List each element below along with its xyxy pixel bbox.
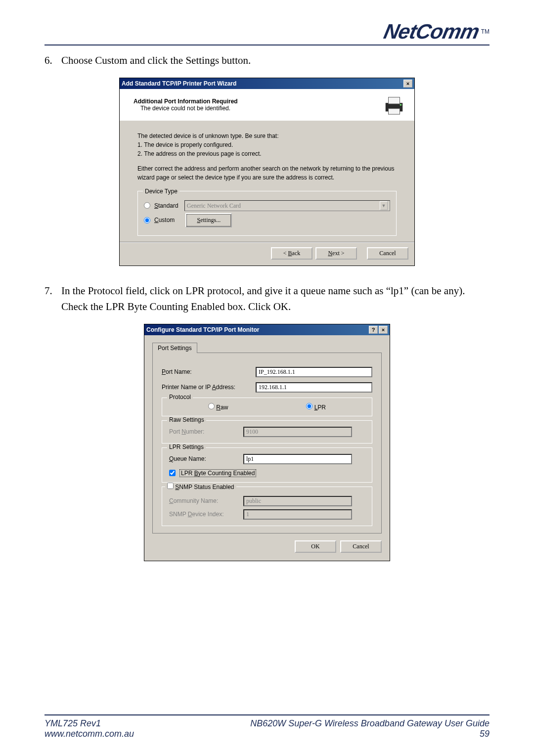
portmon-button-bar: OK Cancel bbox=[152, 534, 382, 553]
wizard-header-title: Additional Port Information Required bbox=[134, 98, 383, 105]
port-name-input[interactable] bbox=[256, 367, 372, 377]
radio-lpr-row[interactable]: LPR bbox=[306, 403, 326, 411]
device-type-groupbox: Device Type Standard Generic Network Car… bbox=[137, 191, 397, 236]
lpr-settings-groupbox: LPR Settings Queue Name: LPR Byte Counti… bbox=[162, 447, 372, 483]
step-7: 7.In the Protocol field, click on LPR pr… bbox=[44, 283, 490, 315]
port-name-label: Port Name: bbox=[162, 368, 256, 375]
back-button[interactable]: < Back bbox=[271, 247, 312, 260]
portmon-body: Port Settings Port Name: Printer Name or… bbox=[144, 335, 390, 561]
step-7-number: 7. bbox=[44, 283, 61, 299]
wizard-body: The detected device is of unknown type. … bbox=[120, 121, 414, 242]
step-7-text: In the Protocol field, click on LPR prot… bbox=[61, 285, 465, 313]
port-number-label: Port Number: bbox=[169, 428, 243, 435]
ok-button[interactable]: OK bbox=[295, 540, 336, 553]
header-rule bbox=[44, 44, 490, 45]
printer-port-wizard-dialog: Add Standard TCP/IP Printer Port Wizard … bbox=[119, 78, 415, 266]
close-icon[interactable]: × bbox=[403, 80, 412, 88]
snmp-groupbox: SNMP Status Enabled Community Name: SNMP… bbox=[162, 487, 372, 526]
wizard-titlebar[interactable]: Add Standard TCP/IP Printer Port Wizard … bbox=[120, 78, 414, 89]
footer-url: www.netcomm.com.au bbox=[44, 729, 134, 739]
printer-icon bbox=[383, 94, 405, 116]
device-type-legend: Device Type bbox=[143, 187, 179, 196]
radio-standard-row[interactable]: Standard Generic Network Card ▼ bbox=[144, 200, 390, 211]
community-name-label: Community Name: bbox=[169, 497, 243, 504]
svg-rect-1 bbox=[389, 97, 400, 103]
radio-custom-label: Custom bbox=[154, 216, 175, 224]
raw-settings-legend: Raw Settings bbox=[167, 416, 206, 423]
step-6-number: 6. bbox=[44, 52, 61, 69]
queue-name-input[interactable] bbox=[243, 454, 352, 464]
snmp-legend-wrap: SNMP Status Enabled bbox=[165, 483, 236, 490]
device-type-combo[interactable]: Generic Network Card ▼ bbox=[184, 200, 390, 211]
community-name-input bbox=[243, 496, 352, 506]
chevron-down-icon[interactable]: ▼ bbox=[380, 201, 388, 210]
cancel-button[interactable]: Cancel bbox=[367, 247, 408, 260]
snmp-device-index-label: SNMP Device Index: bbox=[169, 511, 243, 518]
radio-raw[interactable] bbox=[208, 403, 215, 409]
settings-button[interactable]: Settings... bbox=[186, 214, 231, 226]
next-button[interactable]: Next > bbox=[315, 247, 357, 260]
portmon-titlebar[interactable]: Configure Standard TCP/IP Port Monitor ?… bbox=[144, 324, 390, 335]
radio-standard-label: Standard bbox=[154, 201, 178, 210]
port-settings-panel: Port Name: Printer Name or IP Address: P… bbox=[152, 353, 382, 534]
footer-revision: YML725 Rev1 bbox=[44, 718, 134, 729]
snmp-status-label: SNMP Status Enabled bbox=[175, 484, 234, 490]
step-6-text: Choose Custom and click the Settings but… bbox=[61, 54, 251, 66]
printer-address-input[interactable] bbox=[256, 382, 372, 393]
svg-point-3 bbox=[400, 104, 402, 106]
close-icon[interactable]: × bbox=[379, 326, 388, 334]
radio-custom-row[interactable]: Custom Settings... bbox=[144, 214, 390, 226]
svg-rect-2 bbox=[389, 108, 400, 114]
port-monitor-dialog: Configure Standard TCP/IP Port Monitor ?… bbox=[144, 324, 390, 561]
protocol-groupbox: Protocol Raw LPR bbox=[162, 398, 372, 416]
lpr-byte-counting-checkbox[interactable] bbox=[169, 470, 176, 476]
cancel-button[interactable]: Cancel bbox=[340, 540, 382, 553]
wizard-para-2: Either correct the address and perform a… bbox=[137, 164, 397, 182]
combo-value: Generic Network Card bbox=[187, 201, 241, 210]
footer-rule bbox=[44, 714, 490, 715]
radio-standard[interactable] bbox=[144, 202, 150, 209]
raw-settings-groupbox: Raw Settings Port Number: bbox=[162, 420, 372, 444]
help-icon[interactable]: ? bbox=[369, 326, 378, 334]
wizard-para-1: The detected device is of unknown type. … bbox=[137, 132, 397, 140]
trademark: TM bbox=[481, 28, 490, 35]
step-6: 6.Choose Custom and click the Settings b… bbox=[44, 52, 490, 69]
radio-custom[interactable] bbox=[144, 217, 150, 223]
wizard-bullet-2: 2. The address on the previous page is c… bbox=[137, 149, 397, 158]
queue-name-label: Queue Name: bbox=[169, 455, 243, 462]
printer-address-row: Printer Name or IP Address: bbox=[162, 382, 372, 393]
wizard-bullet-1: 1. The device is properly configured. bbox=[137, 140, 397, 149]
page-footer: YML725 Rev1 www.netcomm.com.au NB620W Su… bbox=[44, 714, 490, 739]
brand-logo: NetComm bbox=[382, 20, 482, 44]
wizard-header-band: Additional Port Information Required The… bbox=[120, 89, 414, 121]
wizard-button-bar: < Back Next > Cancel bbox=[120, 242, 414, 266]
footer-page-number: 59 bbox=[250, 729, 490, 739]
footer-title: NB620W Super-G Wireless Broadband Gatewa… bbox=[250, 718, 490, 729]
port-settings-tab[interactable]: Port Settings bbox=[152, 343, 197, 353]
lpr-settings-legend: LPR Settings bbox=[167, 444, 206, 450]
radio-raw-row[interactable]: Raw bbox=[208, 403, 228, 411]
port-number-input bbox=[243, 427, 352, 437]
snmp-device-index-input bbox=[243, 509, 352, 520]
portmon-title: Configure Standard TCP/IP Port Monitor bbox=[146, 326, 368, 333]
printer-address-label: Printer Name or IP Address: bbox=[162, 384, 256, 391]
snmp-status-checkbox[interactable] bbox=[167, 483, 174, 489]
protocol-legend: Protocol bbox=[167, 394, 193, 400]
header-logo-row: NetCommTM bbox=[44, 20, 490, 44]
lpr-byte-counting-label: LPR Byte Counting Enabled bbox=[179, 469, 256, 477]
wizard-header-subtitle: The device could not be identified. bbox=[140, 105, 383, 112]
radio-lpr[interactable] bbox=[306, 403, 312, 409]
lpr-byte-counting-row[interactable]: LPR Byte Counting Enabled bbox=[169, 469, 365, 477]
wizard-title: Add Standard TCP/IP Printer Port Wizard bbox=[122, 80, 402, 87]
port-name-row: Port Name: bbox=[162, 367, 372, 377]
